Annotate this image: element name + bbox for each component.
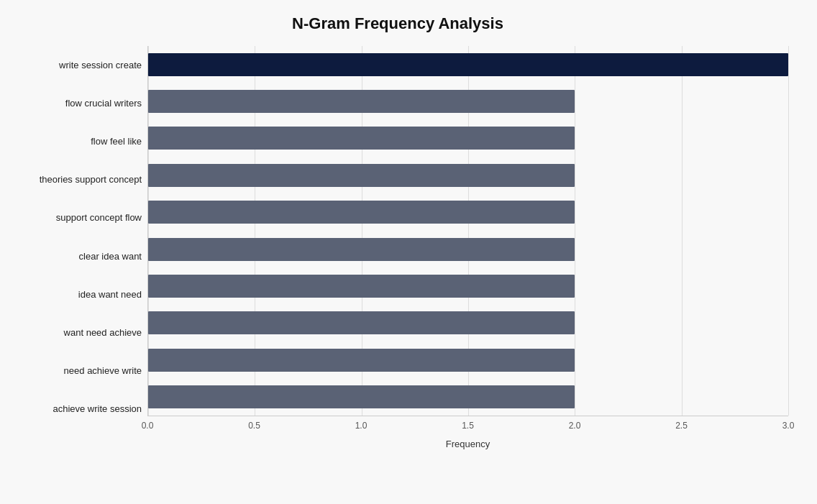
- y-label: idea want need: [78, 290, 142, 299]
- chart-title: N-Gram Frequency Analysis: [7, 14, 788, 33]
- y-label: flow feel like: [91, 137, 142, 146]
- bar-row: [148, 380, 788, 414]
- bar: [148, 311, 575, 334]
- x-tick: 1.0: [355, 421, 368, 431]
- bar-row: [148, 195, 788, 229]
- bar-row: [148, 232, 788, 267]
- bar-row: [148, 84, 788, 119]
- x-tick: 0.5: [248, 421, 260, 431]
- y-label: need achieve write: [64, 366, 142, 375]
- x-axis: 0.00.51.01.52.02.53.0: [147, 416, 788, 437]
- x-tick: 2.5: [675, 421, 688, 431]
- bar: [148, 238, 575, 261]
- y-label: want need achieve: [64, 328, 142, 337]
- bars-and-x: 0.00.51.01.52.02.53.0 Frequency: [147, 46, 788, 449]
- bar-row: [148, 269, 788, 303]
- chart-container: N-Gram Frequency Analysis write session …: [0, 0, 817, 504]
- bar-row: [148, 121, 788, 155]
- y-label: theories support concept: [40, 175, 142, 184]
- y-label: support concept flow: [56, 213, 142, 222]
- chart-area: write session createflow crucial writers…: [7, 46, 788, 449]
- bar: [148, 275, 575, 298]
- bar-row: [148, 306, 788, 340]
- bar-row: [148, 343, 788, 377]
- bar: [148, 164, 575, 187]
- bar: [148, 90, 575, 113]
- x-tick: 1.5: [462, 421, 474, 431]
- bar: [148, 349, 575, 372]
- bar: [148, 127, 575, 150]
- bar: [148, 385, 575, 408]
- y-label: achieve write session: [53, 404, 142, 413]
- y-label: flow crucial writers: [65, 98, 142, 108]
- bar: [148, 201, 575, 224]
- bar-row: [148, 158, 788, 193]
- x-axis-label: Frequency: [147, 439, 788, 449]
- x-tick: 3.0: [782, 421, 795, 431]
- y-label: clear idea want: [79, 252, 142, 261]
- bar: [148, 53, 788, 76]
- x-tick: 2.0: [569, 421, 581, 431]
- bar-row: [148, 47, 788, 82]
- y-labels: write session createflow crucial writers…: [7, 46, 147, 449]
- y-label: write session create: [59, 60, 142, 70]
- bars-area: [147, 46, 788, 416]
- x-tick: 0.0: [142, 421, 154, 431]
